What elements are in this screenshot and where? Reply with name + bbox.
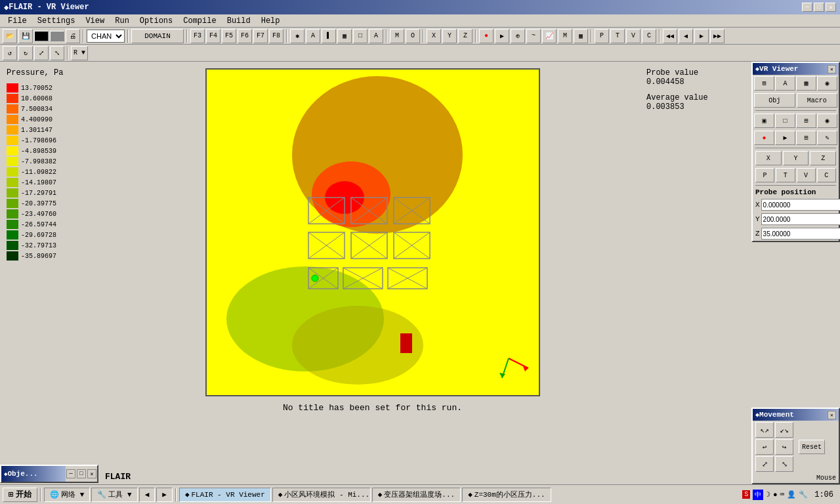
tb-grid2[interactable]: ▦ xyxy=(574,29,588,43)
tb-arrow[interactable]: ▶ xyxy=(495,29,509,43)
menu-file[interactable]: File xyxy=(3,15,32,27)
tb-f6[interactable]: F6 xyxy=(238,29,252,43)
tb-shrink[interactable]: ⤡ xyxy=(50,46,64,60)
vr-T-button[interactable]: T xyxy=(776,168,795,182)
minimize-button[interactable]: ─ xyxy=(802,3,812,12)
tb-arr4[interactable]: ▶▶ xyxy=(710,29,724,43)
tb-dot-red[interactable]: ● xyxy=(479,29,494,43)
tb-f8[interactable]: F8 xyxy=(269,29,284,43)
vr-btn-box[interactable]: ▣ xyxy=(754,114,774,128)
menu-compile[interactable]: Compile xyxy=(178,15,221,27)
visualization[interactable] xyxy=(205,68,540,396)
canvas-area[interactable]: No title has been set for this run. xyxy=(105,62,640,484)
obj-close[interactable]: ✕ xyxy=(87,469,96,478)
tb-arr1[interactable]: ◀◀ xyxy=(663,29,677,43)
vr-btn-mesh[interactable]: ▦ xyxy=(796,76,816,91)
movement-close-button[interactable]: ✕ xyxy=(828,411,836,419)
taskbar-network[interactable]: 🌐 网络 ▼ xyxy=(44,488,90,502)
tb-A[interactable]: A xyxy=(306,29,320,43)
tb-wave[interactable]: ~ xyxy=(526,29,541,43)
tb-Y[interactable]: Y xyxy=(442,29,457,43)
vr-close-button[interactable]: ✕ xyxy=(828,65,836,74)
mov-btn-6[interactable]: ⤡ xyxy=(775,456,793,472)
tb-R-dropdown[interactable]: R ▼ xyxy=(71,46,88,60)
mov-btn-5[interactable]: ⤢ xyxy=(755,456,774,472)
movement-reset-button[interactable]: Reset xyxy=(799,440,825,454)
tb-O[interactable]: O xyxy=(406,29,420,43)
vr-btn-arr[interactable]: ▶ xyxy=(775,131,795,145)
vr-P-button[interactable]: P xyxy=(755,168,774,182)
taskbar-flair-vr[interactable]: ◆ FLAIR - VR Viewer xyxy=(179,488,271,502)
menu-view[interactable]: View xyxy=(80,15,110,27)
tb-rotate-ccw[interactable]: ↺ xyxy=(3,46,17,60)
systray-lang[interactable]: 中 xyxy=(753,490,763,500)
tb-C[interactable]: C xyxy=(642,29,656,43)
maximize-button[interactable]: □ xyxy=(814,3,824,12)
vr-btn-add[interactable]: ⊞ xyxy=(796,131,816,145)
vr-Z-button[interactable]: Z xyxy=(810,151,836,165)
close-button[interactable]: ✕ xyxy=(826,3,836,12)
tb-M[interactable]: M xyxy=(390,29,404,43)
menu-options[interactable]: Options xyxy=(135,15,178,27)
taskbar-sim1[interactable]: ◆ 小区风环境模拟 - Mi... xyxy=(272,488,371,502)
tb-V[interactable]: V xyxy=(626,29,640,43)
mov-btn-4[interactable]: ↪ xyxy=(775,439,793,455)
vr-macro-button[interactable]: Macro xyxy=(797,93,838,108)
menu-run[interactable]: Run xyxy=(110,15,135,27)
tb-color2[interactable] xyxy=(50,31,64,41)
tb-expand[interactable]: ⤢ xyxy=(34,46,49,60)
probe-x-input[interactable] xyxy=(761,199,840,211)
vr-btn-grid[interactable]: ⊞ xyxy=(754,76,774,91)
vr-btn-red-dot[interactable]: ● xyxy=(754,131,774,145)
tb-arr2[interactable]: ◀ xyxy=(679,29,693,43)
tb-asterisk[interactable]: ✱ xyxy=(290,29,304,43)
tb-grid[interactable]: ▦ xyxy=(337,29,352,43)
tb-plus-circle[interactable]: ⊕ xyxy=(511,29,525,43)
mov-btn-2[interactable]: ↙↘ xyxy=(775,422,793,438)
vr-btn-sq[interactable]: □ xyxy=(775,114,795,128)
tb-rotate-cw[interactable]: ↻ xyxy=(18,46,33,60)
tb-f4[interactable]: F4 xyxy=(206,29,220,43)
tb-Z[interactable]: Z xyxy=(458,29,472,43)
vr-btn-pen[interactable]: ✎ xyxy=(817,131,837,145)
vr-Y-button[interactable]: Y xyxy=(783,151,809,165)
start-button[interactable]: ⊞ 开始 xyxy=(3,488,37,502)
taskbar-sim2[interactable]: ◆ 变压器架组温度场... xyxy=(372,488,461,502)
tb-P[interactable]: P xyxy=(595,29,609,43)
vr-C-button[interactable]: C xyxy=(817,168,836,182)
tb-f3[interactable]: F3 xyxy=(190,29,205,43)
obj-restore[interactable]: □ xyxy=(77,469,86,478)
vr-btn-dot[interactable]: ◉ xyxy=(817,114,837,128)
chan-dropdown[interactable]: CHAN xyxy=(87,30,125,43)
tb-print[interactable]: 🖨 xyxy=(66,29,80,43)
menu-help[interactable]: Help xyxy=(256,15,285,27)
probe-y-input[interactable] xyxy=(761,213,840,225)
tb-bar[interactable]: ▌ xyxy=(322,29,336,43)
tb-arr3[interactable]: ▶ xyxy=(694,29,709,43)
tb-M2[interactable]: M xyxy=(558,29,572,43)
probe-z-input[interactable] xyxy=(761,228,840,240)
menu-build[interactable]: Build xyxy=(222,15,256,27)
taskbar-arrow-left[interactable]: ◀ xyxy=(139,488,156,502)
tb-square[interactable]: □ xyxy=(353,29,368,43)
vr-btn-A[interactable]: A xyxy=(775,76,795,91)
tb-f7[interactable]: F7 xyxy=(253,29,268,43)
tb-f5[interactable]: F5 xyxy=(222,29,236,43)
obj-minimize[interactable]: ─ xyxy=(66,469,75,478)
tb-save[interactable]: 💾 xyxy=(18,29,33,43)
taskbar-tools[interactable]: 🔧 工具 ▼ xyxy=(91,488,137,502)
vr-obj-button[interactable]: Obj xyxy=(754,93,795,108)
taskbar-arrow-right[interactable]: ▶ xyxy=(156,488,173,502)
vr-btn-disc[interactable]: ◉ xyxy=(817,76,837,91)
mov-btn-3[interactable]: ↩ xyxy=(755,439,774,455)
tb-color1[interactable] xyxy=(34,31,49,41)
vr-X-button[interactable]: X xyxy=(755,151,782,165)
tb-open[interactable]: 📂 xyxy=(3,29,17,43)
menu-settings[interactable]: Settings xyxy=(32,15,81,27)
vr-btn-plus[interactable]: ⊞ xyxy=(796,114,816,128)
tb-chart[interactable]: 📈 xyxy=(542,29,556,43)
tb-A2[interactable]: A xyxy=(369,29,383,43)
mov-btn-1[interactable]: ↖↗ xyxy=(755,422,774,438)
vr-V-button[interactable]: V xyxy=(797,168,816,182)
tb-X[interactable]: X xyxy=(427,29,441,43)
